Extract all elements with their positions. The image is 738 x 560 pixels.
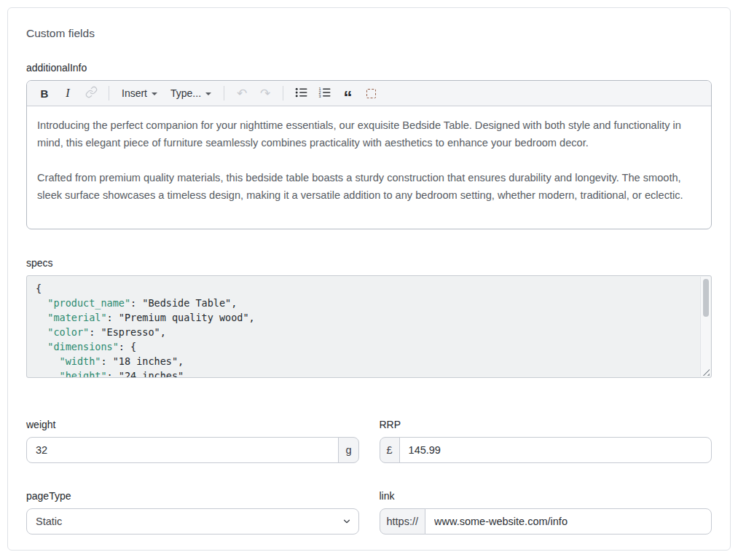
redo-button[interactable]: ↷ [256, 84, 275, 103]
toolbar-separator [283, 86, 283, 100]
row-weight-rrp: weight g RRP £ [26, 419, 712, 463]
field-link: link https:// [380, 490, 713, 535]
rte-paragraph: Crafted from premium quality materials, … [37, 169, 701, 204]
page-type-select[interactable]: Static [26, 508, 359, 535]
field-weight: weight g [26, 419, 359, 463]
bullet-list-button[interactable] [291, 84, 310, 103]
blockquote-icon: “ [344, 85, 352, 101]
link-button[interactable] [82, 84, 101, 103]
chevron-down-icon [152, 92, 157, 95]
type-menu-label: Type... [170, 87, 201, 99]
field-specs: specs { "product_name": "Bedside Table",… [26, 257, 712, 378]
numbered-list-icon: 123 [318, 87, 331, 100]
rte-paragraph: Introducing the perfect companion for yo… [37, 117, 701, 151]
toolbar-separator [109, 86, 109, 100]
toolbar-separator [224, 86, 224, 100]
field-rrp: RRP £ [380, 419, 713, 463]
type-menu-button[interactable]: Type... [166, 84, 216, 103]
panel-title: Custom fields [26, 27, 712, 40]
rte-toolbar: B I Insert Type... ↶ ↷ [27, 81, 711, 106]
italic-button[interactable]: I [58, 84, 77, 103]
svg-text:3: 3 [318, 94, 321, 98]
field-additional-info: additionalInfo B I Insert Type... [26, 62, 712, 229]
currency-prefix: £ [380, 437, 400, 463]
additional-info-label: additionalInfo [26, 62, 712, 74]
undo-icon: ↶ [237, 87, 247, 100]
insert-menu-button[interactable]: Insert [117, 84, 162, 103]
scrollbar-track[interactable] [700, 277, 710, 376]
redo-icon: ↷ [260, 87, 270, 100]
numbered-list-button[interactable]: 123 [315, 84, 334, 103]
field-page-type: pageType Static [26, 490, 359, 535]
specs-label: specs [26, 257, 712, 269]
rrp-label: RRP [380, 419, 713, 430]
rich-text-editor: B I Insert Type... ↶ ↷ [26, 80, 712, 229]
rrp-input[interactable] [399, 437, 712, 463]
insert-menu-label: Insert [122, 87, 147, 99]
undo-button[interactable]: ↶ [232, 84, 251, 103]
page-type-label: pageType [26, 490, 359, 502]
rte-content-area[interactable]: Introducing the perfect companion for yo… [27, 106, 711, 229]
link-input[interactable] [425, 508, 712, 535]
custom-fields-panel: Custom fields additionalInfo B I Insert … [7, 7, 731, 551]
bullet-list-icon [295, 87, 307, 100]
protocol-prefix: https:// [380, 508, 426, 535]
block-element-button[interactable] [361, 84, 380, 103]
row-pagetype-link: pageType Static link https:// [26, 490, 712, 535]
link-label: link [380, 490, 713, 502]
weight-label: weight [26, 419, 359, 430]
weight-unit-suffix: g [338, 437, 358, 463]
bold-button[interactable]: B [35, 84, 54, 103]
weight-input[interactable] [26, 437, 339, 463]
scrollbar-thumb[interactable] [703, 279, 709, 317]
specs-code-content: { "product_name": "Bedside Table", "mate… [27, 276, 711, 377]
chevron-down-icon [205, 92, 211, 95]
blockquote-button[interactable]: “ [338, 84, 357, 103]
dashed-square-icon [366, 89, 376, 98]
link-icon [85, 86, 98, 100]
specs-code-editor[interactable]: { "product_name": "Bedside Table", "mate… [26, 275, 712, 378]
